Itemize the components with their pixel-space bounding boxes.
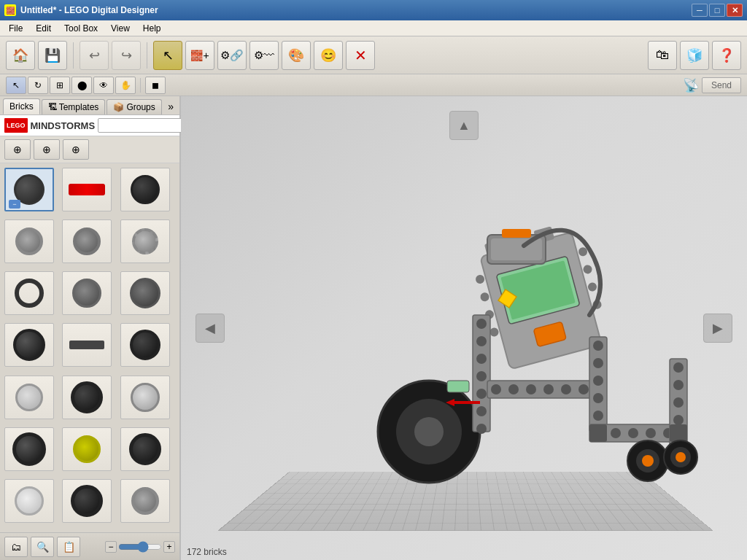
tab-groups[interactable]: 📦 Groups	[107, 99, 161, 114]
gear2-icon	[73, 228, 101, 255]
left-panel: Bricks 🏗 Templates 📦 Groups » LEGO MINDS…	[0, 96, 181, 560]
brick-count: 172 bricks	[187, 547, 227, 557]
hub-icon	[15, 384, 43, 411]
brick-item-17[interactable]	[62, 427, 112, 471]
brick-item-10[interactable]	[4, 323, 54, 367]
menu-file[interactable]: File	[3, 22, 28, 35]
tire6-icon	[71, 485, 103, 517]
pan-tool-button[interactable]: ✋	[115, 77, 136, 94]
brick-item-20[interactable]	[62, 479, 112, 523]
tire5-icon	[129, 433, 161, 465]
arrow-tool-button[interactable]: ↖	[6, 77, 26, 94]
select-tool-button[interactable]: ↖	[153, 41, 182, 70]
flex-hinge-button[interactable]: ⚙〰	[249, 41, 279, 70]
main-content: Bricks 🏗 Templates 📦 Groups » LEGO MINDS…	[0, 96, 747, 560]
rotate-tool-button[interactable]: ↻	[28, 77, 48, 94]
category-btn-3[interactable]: ⊕	[63, 139, 89, 160]
brick-grid: −	[0, 163, 179, 532]
close-button[interactable]: ✕	[727, 4, 743, 17]
save-button[interactable]: 💾	[38, 41, 67, 70]
paint-button[interactable]: 🎨	[282, 41, 311, 70]
titlebar-controls[interactable]: ─ □ ✕	[692, 4, 743, 17]
brick-item-2[interactable]	[62, 168, 112, 211]
hide-tool-button[interactable]: 👁	[93, 77, 114, 94]
view-mode-button[interactable]: ◼	[145, 77, 166, 94]
minimize-button[interactable]: ─	[692, 4, 708, 17]
home-button[interactable]: 🏠	[6, 41, 35, 70]
hinge-button[interactable]: ⚙🔗	[217, 41, 247, 70]
brick-item-6[interactable]	[120, 219, 170, 263]
brick-item-3[interactable]	[120, 168, 170, 211]
svg-point-15	[582, 264, 593, 275]
brick-item-7[interactable]	[4, 271, 54, 315]
brick-item-4[interactable]	[4, 219, 54, 263]
brick-item-11[interactable]	[62, 323, 112, 367]
svg-point-27	[476, 406, 487, 416]
multiselect-tool-button[interactable]: ⊞	[50, 77, 70, 94]
svg-point-33	[543, 384, 554, 394]
lasso-tool-button[interactable]: ⬤	[71, 77, 92, 94]
tabs: Bricks 🏗 Templates 📦 Groups »	[0, 96, 179, 115]
add-brick-button[interactable]: 🧱+	[185, 41, 214, 70]
brick-item-5[interactable]	[62, 219, 112, 263]
category-buttons: ⊕ ⊕ ⊕	[0, 136, 179, 163]
brick-item-9[interactable]	[120, 271, 170, 315]
zoom-slider[interactable]	[118, 542, 162, 551]
hub3-icon	[15, 486, 44, 516]
svg-point-25	[476, 371, 487, 381]
bottom-btn-3[interactable]: 📋	[57, 537, 80, 557]
lego-logo: LEGO	[4, 118, 28, 133]
buildguide-button[interactable]: ❓	[712, 41, 741, 70]
redo-button[interactable]: ↪	[112, 41, 141, 70]
svg-point-34	[561, 384, 571, 394]
main-toolbar: 🏠 💾 ↩ ↪ ↖ 🧱+ ⚙🔗 ⚙〰 🎨 😊 ✕ 🛍 🧊 ❓	[0, 36, 747, 74]
tab-templates[interactable]: 🏗 Templates	[42, 99, 106, 114]
brick-item-21[interactable]	[120, 479, 170, 523]
bottom-btn-1[interactable]: 🗂	[4, 537, 28, 557]
svg-point-59	[642, 455, 654, 467]
viewport[interactable]: ▲ ◀ ▶	[181, 96, 747, 560]
tab-bricks[interactable]: Bricks	[3, 98, 40, 114]
view3d-button[interactable]: 🧊	[680, 41, 709, 70]
robot-model	[312, 155, 747, 519]
category-btn-2[interactable]: ⊕	[34, 139, 60, 160]
minifig-button[interactable]: 😊	[314, 41, 343, 70]
svg-point-46	[628, 428, 638, 438]
menu-view[interactable]: View	[105, 22, 136, 35]
wheel2-icon	[131, 383, 160, 412]
menu-toolbox[interactable]: Tool Box	[58, 22, 104, 35]
zoom-in-button[interactable]: +	[163, 541, 175, 553]
delete-button[interactable]: ✕	[346, 41, 375, 70]
nav-up-button[interactable]: ▲	[449, 111, 479, 140]
zoom-out-button[interactable]: −	[105, 541, 117, 553]
brick-item-15[interactable]	[120, 376, 170, 419]
brick-item-1[interactable]: −	[4, 168, 54, 211]
maximize-button[interactable]: □	[709, 4, 725, 17]
svg-rect-55	[670, 424, 687, 442]
titlebar: 🧱 Untitled* - LEGO Digital Designer ─ □ …	[0, 0, 747, 20]
app-icon: 🧱	[4, 4, 16, 16]
brick-item-13[interactable]	[4, 376, 54, 419]
bag-button[interactable]: 🛍	[648, 41, 677, 70]
send-button[interactable]: Send	[702, 77, 741, 93]
window-title: Untitled* - LEGO Digital Designer	[20, 5, 158, 15]
svg-point-23	[476, 336, 487, 346]
nav-left-button[interactable]: ◀	[196, 314, 225, 343]
brick-item-14[interactable]	[62, 376, 112, 419]
svg-point-26	[476, 389, 487, 399]
bottom-btn-2[interactable]: 🔍	[31, 537, 54, 557]
menu-edit[interactable]: Edit	[30, 22, 57, 35]
brick-item-12[interactable]	[120, 323, 170, 367]
menu-help[interactable]: Help	[137, 22, 167, 35]
brand-bar: LEGO MINDSTORMS	[0, 115, 179, 136]
panel-expand-button[interactable]: »	[165, 99, 177, 114]
undo-button[interactable]: ↩	[80, 41, 109, 70]
brick-item-18[interactable]	[120, 427, 170, 471]
category-btn-1[interactable]: ⊕	[4, 139, 31, 160]
secondary-toolbar: ↖ ↻ ⊞ ⬤ 👁 ✋ ◼ 📡 Send	[0, 74, 747, 96]
brick-item-19[interactable]	[4, 479, 54, 523]
tire4-icon	[12, 432, 46, 466]
svg-point-53	[673, 415, 684, 425]
brick-item-8[interactable]	[62, 271, 112, 315]
brick-item-16[interactable]	[4, 427, 54, 471]
